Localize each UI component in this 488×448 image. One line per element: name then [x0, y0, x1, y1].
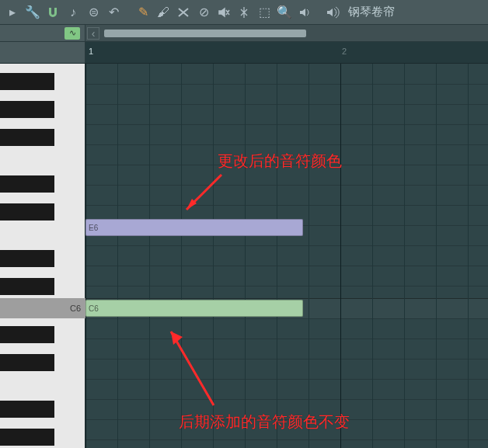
brush-icon[interactable]: 🖌	[154, 3, 173, 22]
black-key[interactable]	[0, 354, 54, 371]
note-e6[interactable]: E6	[85, 219, 303, 236]
waveform-button[interactable]: ∿	[64, 27, 80, 40]
toolbar: ▸ 🔧 ♪ ⊜ ↶ ✎ 🖌 ⊘ ⬚ 🔍 钢琴卷帘	[0, 0, 488, 25]
note-label: C6	[89, 304, 99, 313]
annotation-top: 更改后的音符颜色	[218, 151, 342, 172]
note-icon[interactable]: ♪	[64, 3, 82, 22]
horizontal-scroll-area: ‹	[85, 25, 488, 41]
arrow-top	[175, 171, 229, 225]
sub-left: ∿	[0, 25, 85, 41]
magnet-icon[interactable]	[44, 3, 62, 22]
black-key[interactable]	[0, 326, 54, 343]
svg-line-2	[171, 332, 214, 405]
zoom-icon[interactable]: 🔍	[275, 3, 294, 22]
note-label: E6	[89, 224, 98, 232]
horizontal-scrollbar[interactable]	[104, 30, 306, 37]
volume-icon[interactable]	[295, 3, 314, 22]
annotation-bottom: 后期添加的音符颜色不变	[179, 412, 350, 432]
black-key[interactable]	[0, 429, 54, 446]
undo-icon[interactable]: ↶	[104, 3, 123, 22]
black-key[interactable]	[0, 401, 54, 418]
black-key[interactable]	[0, 129, 54, 146]
ruler-corner	[0, 42, 85, 63]
black-key[interactable]	[0, 73, 54, 90]
select-icon[interactable]: ⬚	[255, 3, 274, 22]
dropdown-arrow-icon[interactable]: ▸	[3, 3, 22, 22]
ruler-row: 1 2	[0, 42, 488, 64]
mute-icon[interactable]	[214, 3, 233, 22]
sub-toolbar: ∿ ‹	[0, 25, 488, 42]
pencil-icon[interactable]: ✎	[134, 3, 152, 22]
piano-roll-main: C6	[0, 64, 488, 448]
note-c6[interactable]: C6	[85, 300, 303, 317]
erase-icon[interactable]	[174, 3, 193, 22]
scroll-back-button[interactable]: ‹	[87, 27, 99, 40]
window-title: 钢琴卷帘	[348, 5, 395, 19]
octave-label-c6[interactable]: C6	[0, 298, 85, 318]
black-key[interactable]	[0, 278, 54, 295]
stamp-icon[interactable]: ⊜	[84, 3, 103, 22]
sound-icon[interactable]	[323, 3, 342, 22]
piano-keyboard[interactable]: C6	[0, 64, 85, 448]
black-key[interactable]	[0, 175, 54, 193]
octave-label-text: C6	[70, 304, 81, 313]
note-grid[interactable]: E6 C6 更改后的音符颜色 后期添加的音符颜色不变	[85, 64, 488, 448]
black-key[interactable]	[0, 101, 54, 118]
bar-number-1: 1	[89, 47, 93, 56]
slice-icon[interactable]	[235, 3, 253, 22]
bar-number-2: 2	[342, 47, 347, 56]
black-key[interactable]	[0, 250, 54, 267]
timeline-ruler[interactable]: 1 2	[85, 42, 488, 63]
noentry-icon[interactable]: ⊘	[194, 3, 213, 22]
wrench-icon[interactable]: 🔧	[23, 3, 42, 22]
black-key[interactable]	[0, 203, 54, 221]
svg-marker-1	[186, 199, 197, 210]
